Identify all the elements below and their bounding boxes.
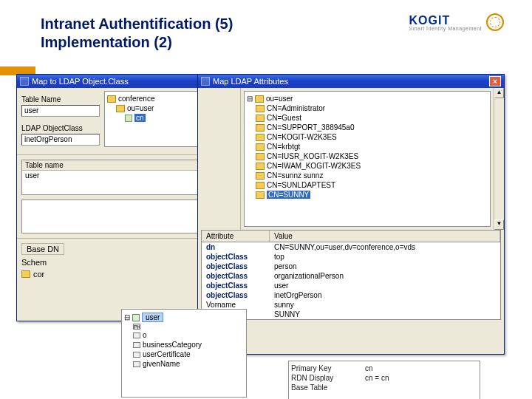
label-table-name: Table Name	[21, 95, 100, 103]
ldap-class-input[interactable]: inetOrgPerson	[21, 134, 100, 146]
attr-row: dnCN=SUNNY,ou=user,dv=conference,o=vds	[202, 242, 500, 252]
folder-icon	[256, 182, 265, 189]
header-attribute: Attribute	[202, 231, 270, 242]
window-map-objectclass: Map to LDAP Object.Class Table Name user…	[16, 74, 205, 321]
folder-icon	[256, 105, 265, 112]
table-name-input[interactable]: user	[21, 105, 100, 117]
tree-child1[interactable]: ou=user	[127, 104, 154, 112]
tree-item[interactable]: CN=sunnz sunnz	[267, 171, 323, 180]
table-header: Table name	[22, 160, 199, 171]
folder-icon	[21, 270, 30, 278]
prop-row: RDN Displaycn = cn	[291, 373, 477, 383]
schema-field[interactable]: businessCategory	[143, 341, 202, 349]
objectclass-tree[interactable]: conference ou=user cn	[104, 91, 201, 147]
tree-item[interactable]: CN=SUNLDAPTEST	[267, 181, 335, 189]
label-ldap-class: LDAP ObjectClass	[21, 124, 100, 132]
titlebar-left[interactable]: Map to LDAP Object.Class	[17, 75, 204, 88]
field-icon	[133, 361, 140, 367]
attr-row: objectClassperson	[202, 262, 500, 271]
attr-row: objectClassuser	[202, 281, 500, 290]
schema-root[interactable]: user	[142, 313, 163, 322]
tree-cn-selected[interactable]: cn	[134, 114, 146, 122]
prop-row: Primary Keycn	[291, 364, 477, 373]
properties-panel: Primary Keycn RDN Displaycn = cn Base Ta…	[288, 361, 480, 399]
header-value: Value	[270, 231, 500, 242]
basedn-button[interactable]: Base DN	[21, 243, 64, 255]
scrollbar[interactable]: ▲ ▼	[494, 88, 504, 230]
schema-tree[interactable]: ⊟user PK o businessCategory userCertific…	[121, 309, 247, 398]
logo-subtext: Smart Identity Management	[409, 26, 482, 31]
window-icon	[201, 77, 210, 86]
folder-icon	[256, 163, 265, 170]
attribute-header: Attribute Value	[201, 230, 501, 242]
tree-item[interactable]: CN=Guest	[267, 114, 301, 122]
scroll-up-icon[interactable]: ▲	[494, 88, 504, 98]
attr-row: objectClassorganizationalPerson	[202, 271, 500, 281]
tree-item[interactable]: CN=KOGIT-W2K3ES	[267, 133, 337, 141]
folder-icon	[256, 124, 265, 132]
folder-icon	[255, 95, 264, 103]
folder-icon	[256, 115, 265, 122]
scroll-down-icon[interactable]: ▼	[494, 219, 504, 230]
folder-icon	[256, 172, 265, 180]
close-button[interactable]: ×	[489, 76, 501, 86]
attr-row: objectClassinetOrgPerson	[202, 290, 500, 300]
folder-icon	[256, 153, 265, 160]
scheme-label: Schem	[21, 258, 47, 267]
folder-icon	[116, 105, 125, 112]
title-line2: Implementation (2)	[41, 34, 172, 50]
folder-icon	[256, 143, 265, 151]
empty-panel	[21, 200, 200, 233]
schema-field[interactable]: userCertificate	[143, 350, 190, 358]
attr-row: objectClasstop	[202, 252, 500, 262]
leaf-icon	[125, 115, 132, 122]
folder-icon	[256, 134, 265, 141]
window-title: Map LDAP Attributes	[213, 77, 288, 86]
field-icon	[133, 332, 140, 338]
window-title: Map to LDAP Object.Class	[32, 77, 129, 86]
tree-item-selected[interactable]: CN=SUNNY	[267, 191, 310, 199]
tree-item[interactable]: CN=Administrator	[267, 104, 325, 112]
field-icon	[133, 352, 140, 358]
table-icon	[132, 314, 140, 321]
tree-root[interactable]: conference	[118, 95, 154, 103]
tree-root[interactable]: ou=user	[266, 95, 293, 103]
folder-icon	[256, 191, 265, 199]
pk-badge: PK	[133, 324, 140, 330]
table-row[interactable]: user	[22, 171, 199, 180]
window-icon	[20, 77, 29, 86]
tree-item[interactable]: CN=SUPPORT_388945a0	[267, 123, 355, 132]
titlebar-right[interactable]: Map LDAP Attributes ×	[198, 75, 504, 88]
tree-item[interactable]: CN=IUSR_KOGIT-W2K3ES	[267, 152, 358, 160]
schema-field[interactable]: givenName	[143, 360, 180, 368]
tree-item[interactable]: CN=IWAM_KOGIT-W2K3ES	[267, 162, 361, 170]
logo-mark-icon	[486, 13, 504, 31]
folder-icon	[107, 95, 116, 103]
field-icon	[133, 342, 140, 348]
ldap-tree[interactable]: ⊟ou=user CN=Administrator CN=Guest CN=SU…	[244, 91, 491, 227]
schema-field[interactable]: o	[143, 331, 147, 339]
table-list[interactable]: Table name user	[21, 160, 200, 195]
tree-item[interactable]: CN=krbtgt	[267, 143, 300, 151]
title-line1: Intranet Authentification (5)	[41, 16, 233, 32]
prop-row: Base Table	[291, 383, 477, 392]
cor-label[interactable]: cor	[33, 270, 44, 279]
nav-column	[198, 88, 241, 230]
logo: KOGIT Smart Identity Management	[409, 13, 505, 31]
